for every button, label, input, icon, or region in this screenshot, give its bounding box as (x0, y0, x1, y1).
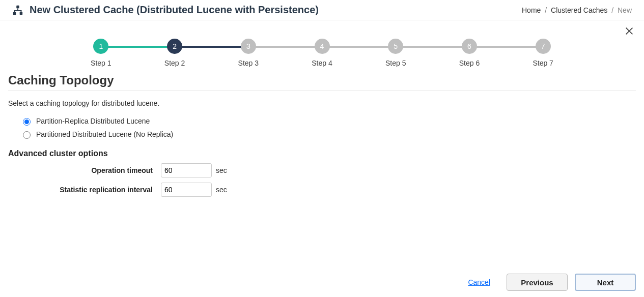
operation-timeout-input[interactable] (161, 163, 212, 177)
step-circle: 6 (462, 39, 477, 54)
step-3[interactable]: 3Step 3 (211, 39, 285, 67)
operation-timeout-label: Operation timeout (8, 166, 161, 174)
topology-option-1[interactable]: Partitioned Distributed Lucene (No Repli… (20, 130, 636, 139)
svg-rect-6 (21, 10, 22, 13)
advanced-heading: Advanced cluster options (8, 149, 636, 158)
breadcrumb-sep: / (611, 6, 613, 14)
stat-interval-row: Statistic replication interval sec (8, 183, 636, 197)
svg-rect-0 (16, 5, 19, 8)
operation-timeout-unit: sec (216, 166, 227, 174)
breadcrumb-home[interactable]: Home (522, 6, 541, 14)
step-connector (175, 46, 248, 48)
step-connector (396, 46, 469, 48)
stat-interval-label: Statistic replication interval (8, 186, 161, 194)
page-header: New Clustered Cache (Distributed Lucene … (0, 0, 644, 20)
step-2[interactable]: 2Step 2 (138, 39, 212, 67)
step-label: Step 3 (238, 59, 259, 67)
stat-interval-input[interactable] (161, 183, 212, 197)
step-circle: 3 (241, 39, 256, 54)
step-label: Step 1 (91, 59, 111, 67)
step-label: Step 6 (459, 59, 480, 67)
topology-radio-label[interactable]: Partition-Replica Distributed Lucene (36, 117, 150, 125)
step-6[interactable]: 6Step 6 (433, 39, 507, 67)
step-circle: 1 (93, 39, 108, 54)
step-5[interactable]: 5Step 5 (359, 39, 433, 67)
section-instruction: Select a caching topology for distribute… (8, 99, 636, 107)
topology-radio[interactable] (23, 131, 31, 139)
section-title: Caching Topology (8, 73, 636, 87)
breadcrumb-sep: / (545, 6, 547, 14)
topology-radio[interactable] (23, 118, 31, 126)
step-connector (469, 46, 543, 48)
operation-timeout-row: Operation timeout sec (8, 163, 636, 177)
stat-interval-unit: sec (216, 186, 227, 194)
step-circle: 2 (167, 39, 182, 54)
divider (8, 91, 636, 91)
step-circle: 7 (536, 39, 551, 54)
step-connector (248, 46, 322, 48)
wizard-stepper: 1Step 12Step 23Step 34Step 45Step 56Step… (8, 28, 636, 71)
step-connector (322, 46, 396, 48)
topology-radio-group: Partition-Replica Distributed LucenePart… (20, 116, 636, 139)
breadcrumb: Home / Clustered Caches / New (522, 6, 632, 14)
step-connector (101, 46, 175, 48)
topology-radio-label[interactable]: Partitioned Distributed Lucene (No Repli… (36, 130, 173, 138)
step-circle: 4 (315, 39, 330, 54)
svg-rect-5 (14, 10, 15, 13)
step-7[interactable]: 7Step 7 (506, 39, 580, 67)
sitemap-icon (12, 5, 23, 16)
breadcrumb-current: New (618, 6, 632, 14)
header-left: New Clustered Cache (Distributed Lucene … (12, 4, 319, 16)
step-4[interactable]: 4Step 4 (285, 39, 359, 67)
svg-rect-4 (14, 10, 22, 11)
breadcrumb-caches[interactable]: Clustered Caches (551, 6, 607, 14)
page-title: New Clustered Cache (Distributed Lucene … (30, 4, 319, 16)
step-label: Step 2 (164, 59, 185, 67)
topology-option-0[interactable]: Partition-Replica Distributed Lucene (20, 116, 636, 126)
step-label: Step 7 (533, 59, 553, 67)
step-1[interactable]: 1Step 1 (64, 39, 138, 67)
step-label: Step 4 (312, 59, 332, 67)
step-circle: 5 (388, 39, 403, 54)
step-label: Step 5 (385, 59, 406, 67)
content: 1Step 12Step 23Step 34Step 45Step 56Step… (0, 20, 644, 197)
